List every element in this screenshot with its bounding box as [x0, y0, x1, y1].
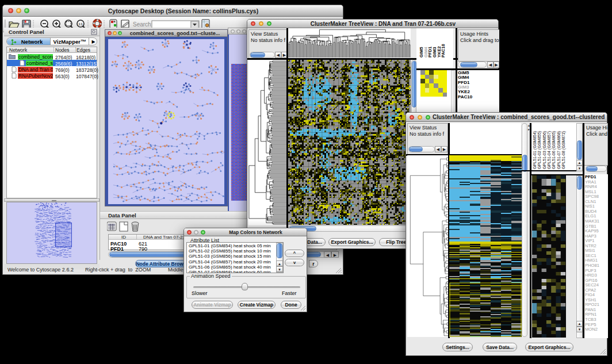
- svg-text:1:1: 1:1: [78, 22, 82, 26]
- svg-text:Search:: Search:: [133, 21, 152, 28]
